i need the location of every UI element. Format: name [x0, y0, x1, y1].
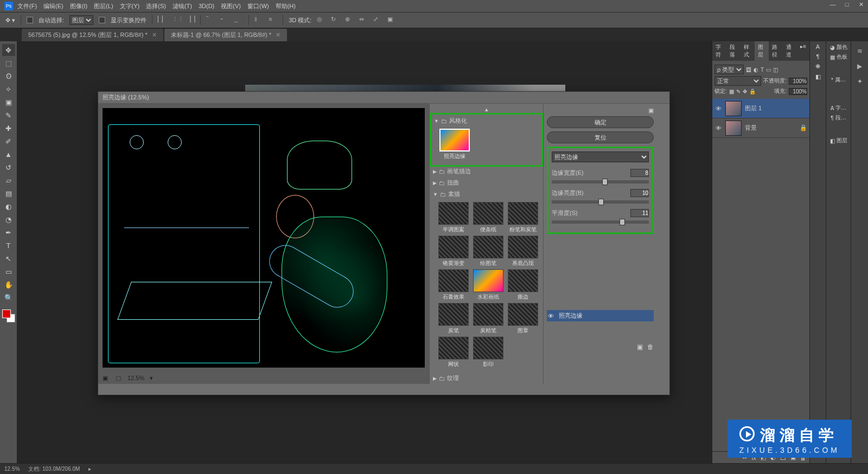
category-distort[interactable]: ▶🗀扭曲 — [431, 177, 542, 188]
move-tool[interactable]: ✥ — [2, 44, 15, 56]
filter-thumb[interactable]: 撕边 — [507, 269, 539, 301]
lasso-tool[interactable]: ʘ — [2, 70, 15, 82]
layer-kind-filter[interactable]: ρ 类型 — [714, 65, 744, 74]
layers-panel-button[interactable]: ◧图层 — [830, 137, 847, 144]
menu-view[interactable]: 视图(V) — [221, 2, 241, 10]
category-sketch[interactable]: ▼🗀素描 — [431, 188, 542, 200]
blend-mode-select[interactable]: 正常 — [714, 76, 761, 86]
character-panel-button[interactable]: A字… — [831, 104, 847, 112]
maximize-icon[interactable]: □ — [843, 1, 851, 8]
layers-panel-icon[interactable]: ◧ — [815, 73, 821, 80]
filter-preview-image[interactable] — [103, 108, 425, 368]
filter-thumb[interactable]: 炭精笔 — [472, 303, 505, 334]
param-edge-width-input[interactable] — [630, 169, 649, 177]
filter-thumb[interactable]: 半调图案 — [437, 202, 470, 233]
auto-select-target[interactable]: 图层 — [69, 15, 93, 25]
color-panel-button[interactable]: ◕颜色 — [830, 43, 847, 51]
show-transform-checkbox[interactable] — [99, 17, 105, 23]
layer-thumbnail[interactable] — [725, 121, 742, 136]
menu-edit[interactable]: 编辑(E) — [43, 2, 63, 10]
layer-name[interactable]: 图层 1 — [745, 104, 762, 112]
3d-camera-icon[interactable]: ▣ — [387, 16, 396, 24]
panel-tab[interactable]: 通道 — [783, 41, 797, 61]
filter-smart-icon[interactable]: ◫ — [773, 67, 778, 73]
shape-tool[interactable]: ▭ — [2, 266, 15, 277]
visibility-icon[interactable]: 👁 — [714, 125, 722, 131]
fill-input[interactable] — [789, 88, 807, 95]
panel-tab-layers[interactable]: 图层 — [755, 41, 769, 61]
layer-name[interactable]: 背景 — [745, 124, 757, 132]
param-edge-width-slider[interactable] — [552, 180, 649, 184]
menu-type[interactable]: 文字(Y) — [120, 2, 140, 10]
layer-row[interactable]: 👁 背景 🔒 — [712, 118, 809, 138]
color-swatches[interactable] — [2, 309, 15, 323]
filter-thumb[interactable]: 水彩画纸 — [472, 269, 505, 301]
3d-slide-icon[interactable]: ⇔ — [359, 16, 368, 24]
3d-pan-icon[interactable]: ⊕ — [345, 16, 354, 24]
brush-tool[interactable]: ✐ — [2, 135, 15, 147]
filter-thumb[interactable]: 粉笔和炭笔 — [507, 202, 539, 233]
align-top-icon[interactable]: ‾ — [206, 16, 215, 24]
distribute-v-icon[interactable]: ≡ — [269, 16, 277, 24]
eraser-tool[interactable]: ▱ — [2, 174, 15, 186]
panel-tab[interactable]: 段落 — [726, 41, 741, 61]
category-brushstrokes[interactable]: ▶🗀画笔描边 — [431, 166, 542, 177]
history-icon[interactable]: ≋ — [854, 45, 866, 57]
menu-help[interactable]: 帮助(H) — [276, 2, 296, 10]
zoom-out-icon[interactable]: ▣ — [101, 375, 109, 382]
param-edge-brightness-input[interactable] — [630, 189, 649, 197]
lock-position-icon[interactable]: ✥ — [743, 89, 747, 94]
filter-thumb[interactable]: 基底凸现 — [507, 236, 539, 267]
magic-wand-tool[interactable]: ✧ — [2, 83, 15, 95]
tab-close-icon[interactable]: ✕ — [276, 31, 280, 38]
filter-image-icon[interactable]: 🖼 — [746, 67, 751, 73]
menu-layer[interactable]: 图层(L) — [94, 2, 113, 10]
zoom-in-icon[interactable]: ▢ — [114, 375, 122, 382]
spark-icon[interactable]: ✦ — [854, 75, 866, 87]
dialog-titlebar[interactable]: 照亮边缘 (12.5%) — [98, 92, 669, 104]
align-vcenter-icon[interactable]: ⁃ — [220, 16, 229, 24]
scroll-up-icon[interactable]: ▴ — [431, 106, 542, 113]
align-bottom-icon[interactable]: _ — [234, 16, 243, 24]
styles-panel-icon[interactable]: ❋ — [815, 63, 820, 70]
3d-roll-icon[interactable]: ↻ — [331, 16, 340, 24]
status-docinfo[interactable]: 文档: 103.0M/206.0M — [28, 465, 80, 473]
align-hcenter-icon[interactable]: ⋮⋮ — [172, 16, 181, 24]
panel-tab[interactable]: 字符 — [712, 41, 726, 61]
document-tab-1[interactable]: 5675675 (5).jpg @ 12.5% (图层 1, RGB/8#) *… — [22, 29, 163, 41]
swatches-panel-button[interactable]: ▦色板 — [830, 53, 847, 61]
filter-thumb[interactable]: 影印 — [472, 337, 505, 368]
tab-close-icon[interactable]: ✕ — [152, 31, 157, 38]
lock-pixels-icon[interactable]: ✎ — [736, 89, 741, 94]
lock-transparency-icon[interactable]: ▦ — [729, 89, 734, 94]
hand-tool[interactable]: ✋ — [2, 279, 15, 290]
layer-thumbnail[interactable] — [725, 101, 742, 116]
marquee-tool[interactable]: ⬚ — [2, 57, 15, 69]
filter-thumb[interactable]: 图章 — [507, 303, 539, 334]
properties-panel-button[interactable]: *属… — [831, 76, 846, 84]
param-smoothness-slider[interactable] — [552, 220, 649, 224]
gradient-tool[interactable]: ▤ — [2, 187, 15, 199]
foreground-color[interactable] — [2, 309, 11, 318]
path-selection-tool[interactable]: ↖ — [2, 252, 15, 264]
filter-type-icon[interactable]: T — [761, 67, 764, 73]
clone-stamp-tool[interactable]: ▲ — [2, 148, 15, 160]
minimize-icon[interactable]: — — [829, 1, 837, 8]
menu-image[interactable]: 图像(I) — [70, 2, 87, 10]
zoom-tool[interactable]: 🔍 — [2, 292, 15, 304]
menu-filter[interactable]: 滤镜(T) — [173, 2, 192, 10]
category-texture[interactable]: ▶🗀纹理 — [431, 372, 542, 384]
align-right-icon[interactable]: ▕▕ — [186, 16, 195, 24]
filter-thumb[interactable]: 网状 — [437, 337, 470, 368]
opacity-input[interactable] — [789, 78, 807, 85]
auto-select-checkbox[interactable] — [27, 17, 33, 23]
filter-thumb[interactable]: 石膏效果 — [437, 269, 470, 301]
crop-tool[interactable]: ▣ — [2, 96, 15, 108]
menu-3d[interactable]: 3D(D) — [199, 3, 214, 9]
filter-thumb[interactable]: 绘图笔 — [472, 236, 505, 267]
preview-zoom-level[interactable]: 12.5% — [127, 375, 144, 381]
menu-window[interactable]: 窗口(W) — [247, 2, 269, 10]
filter-adjust-icon[interactable]: ◐ — [754, 67, 758, 73]
blur-tool[interactable]: ◐ — [2, 200, 15, 212]
visibility-icon[interactable]: 👁 — [548, 313, 556, 319]
